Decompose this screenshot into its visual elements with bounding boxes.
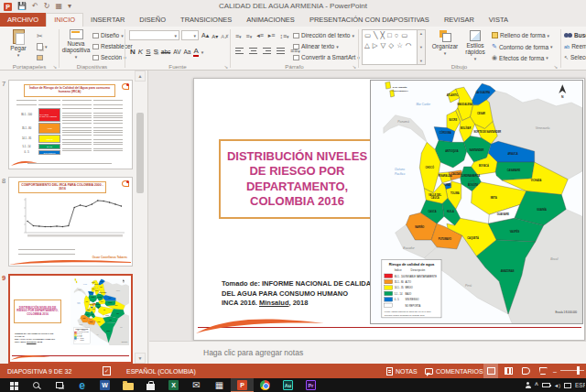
italic-button[interactable]: K bbox=[138, 48, 143, 56]
taskbar-button-audition[interactable]: Au bbox=[277, 378, 299, 392]
chevron-up-icon[interactable]: ^ bbox=[535, 382, 538, 388]
shape-outline-button[interactable]: ✎Contorno de forma▾ bbox=[492, 43, 553, 50]
thumbnail-slide-8[interactable]: COMPORTAMIENTO DEL IRCA PARA COLOMBIA 20… bbox=[8, 177, 133, 267]
taskbar-button-premiere[interactable]: Pr bbox=[299, 378, 322, 392]
align-text-button[interactable]: Alinear texto▾ bbox=[293, 43, 339, 49]
ribbon-tab-revisar[interactable]: REVISAR bbox=[437, 13, 482, 27]
shape-fill-button[interactable]: Relleno de forma▾ bbox=[492, 32, 549, 38]
taskbar-button-calculator[interactable]: ▦ bbox=[208, 378, 231, 392]
taskbar-button-file-explorer[interactable] bbox=[116, 378, 139, 392]
bold-button[interactable]: N bbox=[130, 48, 136, 56]
thumb9-title: DISTRIBUCIÓN NIVELES DE RIESGO POR DEPAR… bbox=[14, 299, 61, 323]
justify-button[interactable] bbox=[277, 48, 285, 54]
taskbar-button-powerpoint[interactable]: P bbox=[231, 378, 254, 392]
ribbon-tab-animaciones[interactable]: ANIMACIONES bbox=[239, 13, 302, 27]
thumbnail-scrollbar[interactable]: ▲ ▼ bbox=[135, 71, 146, 364]
increase-indent-button[interactable]: ▸≡ bbox=[268, 32, 276, 39]
paste-button[interactable]: Pegar ▾ bbox=[5, 29, 31, 58]
quick-styles-button[interactable]: Estilos rápidos▾ bbox=[461, 30, 489, 61]
find-button[interactable]: Buscar bbox=[564, 32, 586, 38]
layout-button[interactable]: Diseño▾ bbox=[92, 32, 124, 38]
text-direction-button[interactable]: Dirección del texto▾ bbox=[293, 32, 354, 38]
taskbar-button-mail[interactable]: ✉ bbox=[185, 378, 208, 392]
line-spacing-button[interactable]: ↕≡▾ bbox=[279, 33, 288, 39]
slideshow-view-button[interactable] bbox=[536, 364, 550, 378]
legend-swatch-medio bbox=[385, 286, 393, 289]
zoom-slider-thumb[interactable] bbox=[577, 366, 580, 375]
slide-canvas[interactable]: DISTRIBUCIÓN NIVELES DE RIESGO POR DEPAR… bbox=[193, 78, 585, 341]
ribbon-tab-vista[interactable]: VISTA bbox=[482, 13, 515, 27]
format-painter-button[interactable] bbox=[37, 55, 43, 60]
shape-effects-button[interactable]: ◉Efectos de forma▾ bbox=[492, 54, 548, 61]
dialog-launcher-icon[interactable]: ↘ bbox=[223, 64, 228, 70]
zoom-slider[interactable] bbox=[560, 370, 584, 371]
decrease-indent-button[interactable]: ◂≡ bbox=[256, 32, 264, 39]
align-left-button[interactable] bbox=[235, 48, 244, 54]
font-size-combobox[interactable]: ▾ bbox=[181, 30, 199, 40]
numbering-button[interactable]: ≡▾ bbox=[246, 33, 253, 39]
ribbon-tab-inicio[interactable]: INICIO bbox=[46, 13, 83, 27]
language-button[interactable]: ESP bbox=[575, 382, 585, 388]
convert-smartart-button[interactable]: Convertir a SmartArt▾ bbox=[293, 54, 360, 60]
clear-formatting-button[interactable]: A✗ bbox=[221, 33, 229, 39]
colombia-map-object[interactable]: PanamáVenezuelaEcuadorPerúBrasilMar Cari… bbox=[370, 80, 583, 324]
section-button[interactable]: Sección▾ bbox=[92, 54, 126, 60]
dialog-launcher-icon[interactable]: ↘ bbox=[553, 64, 558, 70]
normal-view-button[interactable] bbox=[483, 364, 498, 378]
taskbar-button-start[interactable] bbox=[2, 378, 25, 392]
ribbon-tab-presentaci-n-con-diapositivas[interactable]: PRESENTACIÓN CON DIAPOSITIVAS bbox=[302, 13, 437, 27]
slide-title-textbox[interactable]: DISTRIBUCIÓN NIVELES DE RIESGO POR DEPAR… bbox=[219, 139, 375, 219]
text-shadow-button[interactable]: S bbox=[153, 48, 157, 56]
display-icon[interactable] bbox=[564, 383, 571, 388]
shrink-font-button[interactable]: A▾ bbox=[212, 33, 218, 39]
language-indicator[interactable]: ESPAÑOL (COLOMBIA) bbox=[126, 364, 196, 378]
align-center-button[interactable] bbox=[249, 48, 257, 54]
ribbon-tab-insertar[interactable]: INSERTAR bbox=[83, 13, 132, 27]
grow-font-button[interactable]: A▴ bbox=[201, 32, 209, 39]
taskbar-button-word[interactable]: W bbox=[93, 378, 116, 392]
reading-view-button[interactable] bbox=[518, 364, 533, 378]
dialog-launcher-icon[interactable]: ↘ bbox=[352, 64, 356, 70]
comments-toggle[interactable]: COMENTARIOS bbox=[425, 364, 483, 378]
taskbar-button-chrome[interactable] bbox=[254, 378, 277, 392]
change-case-button[interactable]: Aa bbox=[184, 49, 191, 55]
taskbar-button-task-view[interactable] bbox=[48, 378, 71, 392]
thumbnail-slide-7[interactable]: Índice de Riesgo de la Calidad del Agua … bbox=[8, 80, 133, 169]
cut-button[interactable]: ✂ bbox=[37, 32, 43, 40]
new-slide-button[interactable]: Nueva diapositiva ▾ bbox=[61, 29, 91, 60]
shapes-gallery-scrollbar[interactable]: ▴▾▾ bbox=[417, 30, 425, 64]
zoom-out-button[interactable]: – bbox=[553, 364, 557, 378]
ribbon-tab-dise-o[interactable]: DISEÑO bbox=[132, 13, 173, 27]
taskbar-button-excel[interactable]: X bbox=[162, 378, 185, 392]
strikethrough-button[interactable]: abc bbox=[161, 49, 170, 55]
scroll-down-icon[interactable]: ▼ bbox=[135, 353, 146, 364]
speaker-icon[interactable]: ◄) bbox=[554, 383, 560, 388]
scroll-up-icon[interactable]: ▲ bbox=[135, 71, 146, 82]
spell-check-icon[interactable]: ✓ bbox=[103, 364, 111, 378]
ribbon-tab-transiciones[interactable]: TRANSICIONES bbox=[173, 13, 239, 27]
font-name-combobox[interactable]: ▾ bbox=[129, 30, 179, 40]
taskbar-button-edge[interactable]: e bbox=[71, 378, 93, 392]
thumbnail-slide-9-selected[interactable]: DISTRIBUCIÓN NIVELES DE RIESGO POR DEPAR… bbox=[8, 274, 133, 364]
shapes-gallery[interactable]: ▭╲╳□○▭ △▷▽◇☆◠ ▴▾▾ bbox=[362, 29, 426, 65]
underline-button[interactable]: S bbox=[146, 48, 150, 56]
scrollbar-thumb[interactable] bbox=[136, 113, 144, 193]
replace-button[interactable]: abReemplazar bbox=[564, 43, 586, 49]
taskbar-button-store[interactable] bbox=[139, 378, 162, 392]
character-spacing-button[interactable]: AV bbox=[173, 49, 180, 55]
battery-icon[interactable] bbox=[542, 383, 550, 387]
group-editing: Buscar abReemplazar ↖Seleccionar bbox=[562, 27, 586, 71]
notes-pane[interactable]: Haga clic para agregar notas bbox=[149, 341, 586, 364]
notes-toggle[interactable]: NOTAS bbox=[386, 364, 418, 378]
arrange-button[interactable]: Organizar▾ bbox=[430, 30, 460, 56]
dialog-launcher-icon[interactable]: ↘ bbox=[52, 64, 57, 70]
taskbar-button-search[interactable] bbox=[25, 378, 48, 392]
ribbon-tab-archivo[interactable]: ARCHIVO bbox=[0, 13, 46, 27]
align-right-button[interactable] bbox=[263, 48, 271, 54]
people-icon[interactable] bbox=[526, 382, 531, 388]
bullets-button[interactable]: ≡▾ bbox=[235, 33, 242, 39]
select-button[interactable]: ↖Seleccionar bbox=[564, 54, 586, 60]
font-color-button[interactable]: A bbox=[193, 47, 198, 57]
slide-sorter-view-button[interactable] bbox=[501, 364, 515, 378]
copy-button[interactable]: ▾ bbox=[37, 43, 48, 50]
